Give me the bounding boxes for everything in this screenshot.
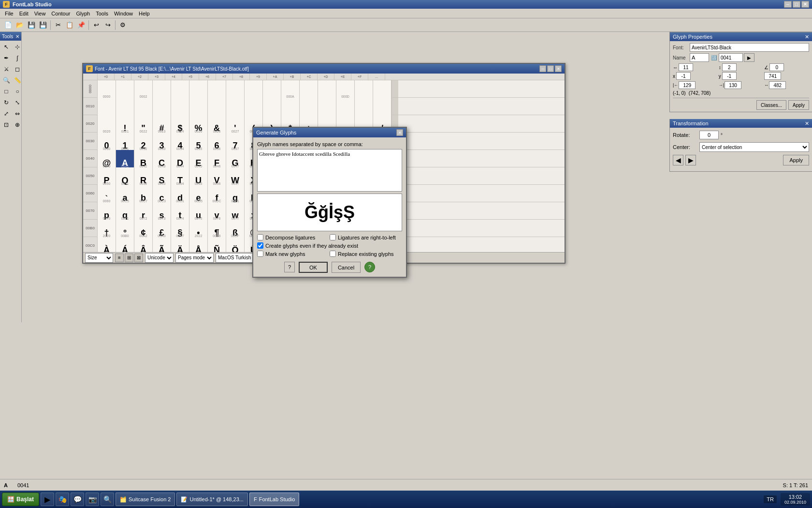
y-input[interactable] [722, 72, 737, 80]
glyph-0026[interactable]: &0026 [208, 115, 226, 134]
save2-btn[interactable]: 💾 [38, 20, 48, 30]
menu-contour[interactable]: Contour [48, 10, 73, 17]
zoom-tool[interactable]: 🔍 [1, 75, 11, 85]
glyph-000D[interactable]: 000D [336, 80, 355, 99]
rotate-tool[interactable]: ↻ [1, 98, 11, 107]
cancel-btn[interactable]: Cancel [332, 262, 361, 273]
menu-window[interactable]: Window [111, 10, 136, 17]
glyph-0065[interactable]: e00D5 [189, 185, 208, 203]
bezier-tool[interactable]: ∫ [13, 53, 22, 63]
save-btn[interactable]: 💾 [26, 20, 37, 30]
glyph-0045[interactable]: E0045 [189, 150, 208, 168]
glyph-0052[interactable]: R0052 [134, 167, 153, 186]
fw-close[interactable]: ✕ [555, 65, 562, 72]
glyph-0012[interactable] [134, 98, 153, 116]
glyph-0010[interactable] [98, 98, 116, 116]
center-select[interactable]: Center of selection Glyph origin Custom [699, 142, 809, 152]
app-window-controls[interactable]: ─ □ ✕ [784, 1, 809, 8]
contour-tool[interactable]: ⊡ [1, 120, 11, 130]
glyph-00B2[interactable]: ¢00A2 [134, 220, 153, 238]
glyph-0030[interactable]: 00030 [98, 133, 116, 151]
glyph-0015[interactable] [189, 98, 208, 116]
next-transform-btn[interactable]: ▶ [685, 155, 696, 165]
rotate-input[interactable] [699, 131, 719, 139]
glyph-000A[interactable]: 000A [281, 80, 300, 99]
glyph-0005[interactable] [189, 80, 208, 99]
menu-edit[interactable]: Edit [16, 10, 31, 17]
glyph-0035[interactable]: 50035 [189, 133, 208, 151]
glyph-0034[interactable]: 40034 [171, 133, 189, 151]
glyph-0027[interactable]: '0027 [226, 115, 245, 134]
glyph-0055[interactable]: U0055 [189, 167, 208, 186]
glyph-0025[interactable]: %0025 [189, 115, 208, 134]
taskbar-icon-2[interactable]: 🎭 [56, 493, 69, 506]
glyph-00B5[interactable]: •2022 [189, 220, 208, 238]
glyph-0070[interactable]: p0070 [98, 202, 116, 221]
glyph-0053[interactable]: S0053 [153, 167, 171, 186]
rsb-input[interactable] [725, 81, 741, 89]
cut-btn[interactable]: ✂ [53, 20, 63, 30]
adv-input[interactable] [769, 81, 786, 89]
glyph-names-textarea[interactable]: Gbreve gbreve Idotaccent scedilla Scedil… [257, 149, 402, 192]
glyph-00B7[interactable]: ß00DF [226, 220, 245, 238]
menu-help[interactable]: Help [136, 10, 153, 17]
fontlab-taskbar-active[interactable]: F FontLab Studio [249, 493, 299, 506]
glyph-00B3[interactable]: £00A3 [153, 220, 171, 238]
scale-tool[interactable]: ⤡ [13, 98, 22, 107]
knife-tool[interactable]: ⚔ [1, 64, 11, 74]
replace-checkbox[interactable] [330, 251, 336, 257]
glyph-0057[interactable]: W0057 [226, 167, 245, 186]
prev-transform-btn[interactable]: ◀ [673, 155, 683, 165]
glyph-0036[interactable]: 60036 [208, 133, 226, 151]
glyph-0062[interactable]: b00C7 [134, 185, 153, 203]
glyph-0006[interactable] [208, 80, 226, 99]
code-input[interactable] [764, 72, 781, 80]
glyph-0067[interactable]: g00E1 [226, 185, 245, 203]
view-btn3[interactable]: ⊠ [134, 254, 143, 262]
mark-checkbox[interactable] [257, 251, 263, 257]
size-dropdown[interactable]: SizeSmallMediumLarge [85, 253, 113, 263]
dialog-info-btn[interactable]: ? [364, 262, 375, 272]
measure-tool[interactable]: 📏 [13, 75, 22, 85]
glyph-0002[interactable]: 0002 [134, 80, 153, 99]
ellipse-tool[interactable]: ○ [13, 87, 22, 96]
glyph-apply-btn[interactable]: Apply [788, 100, 809, 110]
glyph-0032[interactable]: 20032 [134, 133, 153, 151]
glyph-0056[interactable]: V0056 [208, 167, 226, 186]
anchor-tool[interactable]: ⊕ [13, 120, 22, 130]
glyph-0077[interactable]: w0077 [226, 202, 245, 221]
glyph-001A[interactable] [281, 98, 300, 116]
glyph-0013[interactable] [153, 98, 171, 116]
dialog-close-btn[interactable]: ✕ [396, 129, 403, 136]
menu-view[interactable]: View [31, 10, 49, 17]
glyph-001D[interactable] [336, 98, 355, 116]
font-input[interactable] [690, 43, 809, 52]
w-input[interactable] [679, 63, 693, 71]
glyph-0066[interactable]: f00DC [208, 185, 226, 203]
skew-tool[interactable]: ⤢ [1, 109, 11, 119]
glyph-0007[interactable] [226, 80, 245, 99]
node-tool[interactable]: ⊹ [13, 42, 22, 52]
glyph-0041-selected[interactable]: A0041 [116, 150, 134, 168]
pages-dropdown[interactable]: Pages mode [175, 253, 214, 263]
fw-minimize[interactable]: ─ [539, 65, 546, 72]
glyph-0020[interactable]: 0020 [98, 115, 116, 134]
suitcase-taskbar[interactable]: 🗂️ Suitcase Fusion 2 [116, 493, 175, 506]
glyph-0044[interactable]: D0044 [171, 150, 189, 168]
glyph-0063[interactable]: c00C3 [153, 185, 171, 203]
glyph-0046[interactable]: F0046 [208, 150, 226, 168]
font-window-controls[interactable]: ─ □ ✕ [539, 65, 562, 72]
name-input[interactable] [690, 53, 709, 62]
select-tool[interactable]: ↖ [1, 42, 11, 52]
glyph-0033[interactable]: 30033 [153, 133, 171, 151]
taskbar-icon-5[interactable]: 🔍 [101, 493, 114, 506]
pen-tool[interactable]: ✒ [1, 53, 11, 63]
view-btn1[interactable]: ≡ [115, 254, 124, 262]
glyph-0050[interactable]: P0050 [98, 167, 116, 186]
unicode-apply-btn[interactable]: ▶ [744, 53, 754, 62]
rect-tool[interactable]: □ [1, 87, 11, 96]
lsb-input[interactable] [679, 81, 696, 89]
close-btn[interactable]: ✕ [801, 1, 809, 8]
menu-file[interactable]: File [2, 10, 16, 17]
dialog-controls[interactable]: ✕ [396, 129, 403, 136]
